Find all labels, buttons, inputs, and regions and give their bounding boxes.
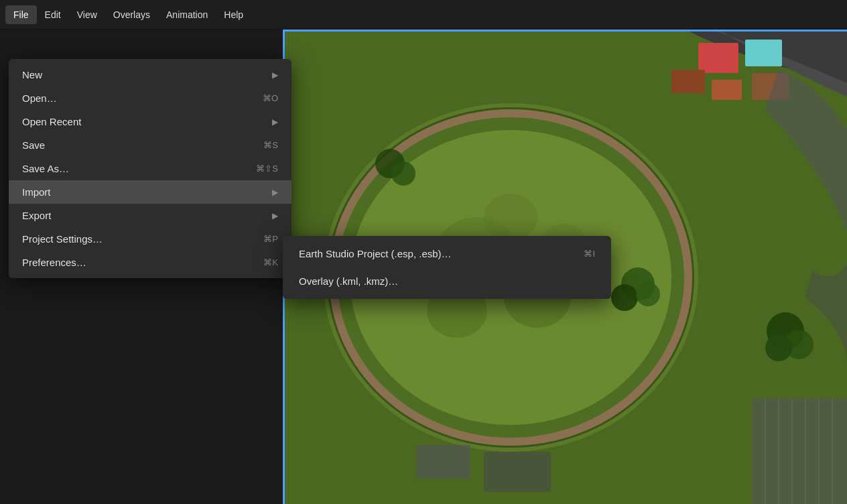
menubar-view[interactable]: View [69, 5, 105, 24]
file-menu: New ▶ Open… ⌘O Open Recent ▶ Save ⌘S Sav… [9, 59, 291, 278]
menu-item-save-as[interactable]: Save As… ⌘⇧S [9, 157, 291, 180]
menu-item-save-as-label: Save As… [22, 163, 69, 174]
new-submenu-arrow: ▶ [272, 70, 278, 80]
menu-item-open-recent-label: Open Recent [22, 116, 81, 127]
svg-point-7 [484, 194, 537, 241]
menu-item-new[interactable]: New ▶ [9, 63, 291, 86]
main-content: New ▶ Open… ⌘O Open Recent ▶ Save ⌘S Sav… [0, 29, 847, 504]
svg-rect-25 [484, 452, 551, 492]
menubar-animation[interactable]: Animation [158, 5, 216, 24]
menu-item-new-label: New [22, 69, 42, 80]
menu-item-import[interactable]: Import ▶ [9, 180, 291, 204]
svg-rect-13 [671, 70, 705, 93]
menubar-file[interactable]: File [5, 5, 37, 24]
menu-item-import-label: Import [22, 186, 51, 198]
menubar-overlays[interactable]: Overlays [105, 5, 158, 24]
menubar: File Edit View Overlays Animation Help [0, 0, 847, 29]
menu-item-save-label: Save [22, 139, 45, 151]
menu-item-open-label: Open… [22, 92, 57, 104]
menu-item-project-settings[interactable]: Project Settings… ⌘P [9, 227, 291, 251]
svg-rect-11 [698, 43, 738, 73]
menu-item-export-label: Export [22, 210, 51, 221]
blue-line-top [283, 29, 847, 32]
svg-rect-24 [417, 445, 470, 479]
save-shortcut: ⌘S [263, 140, 278, 150]
submenu-item-overlay[interactable]: Overlay (.kml, .kmz)… [283, 267, 611, 295]
export-submenu-arrow: ▶ [272, 211, 278, 220]
svg-rect-12 [745, 40, 782, 66]
menu-item-save[interactable]: Save ⌘S [9, 133, 291, 157]
menu-item-export[interactable]: Export ▶ [9, 204, 291, 227]
svg-rect-14 [712, 80, 742, 100]
save-as-shortcut: ⌘⇧S [256, 164, 278, 174]
submenu-item-earth-studio-label: Earth Studio Project (.esp, .esb)… [299, 248, 452, 259]
svg-point-20 [391, 162, 415, 186]
menu-item-open-recent[interactable]: Open Recent ▶ [9, 110, 291, 133]
menu-item-project-settings-label: Project Settings… [22, 233, 103, 245]
svg-point-18 [636, 282, 660, 306]
menu-item-preferences-label: Preferences… [22, 257, 86, 268]
earth-studio-shortcut: ⌘I [584, 249, 595, 259]
svg-rect-26 [752, 398, 847, 504]
preferences-shortcut: ⌘K [263, 257, 278, 267]
open-shortcut: ⌘O [263, 93, 278, 103]
import-submenu: Earth Studio Project (.esp, .esb)… ⌘I Ov… [283, 236, 611, 299]
project-settings-shortcut: ⌘P [263, 234, 278, 244]
submenu-item-earth-studio[interactable]: Earth Studio Project (.esp, .esb)… ⌘I [283, 240, 611, 267]
menubar-edit[interactable]: Edit [37, 5, 69, 24]
menu-item-open[interactable]: Open… ⌘O [9, 86, 291, 110]
import-submenu-arrow: ▶ [272, 188, 278, 197]
submenu-item-overlay-label: Overlay (.kml, .kmz)… [299, 275, 398, 287]
menubar-help[interactable]: Help [216, 5, 251, 24]
menu-item-preferences[interactable]: Preferences… ⌘K [9, 251, 291, 274]
open-recent-submenu-arrow: ▶ [272, 117, 278, 127]
svg-point-17 [611, 284, 638, 311]
svg-point-23 [765, 334, 792, 361]
